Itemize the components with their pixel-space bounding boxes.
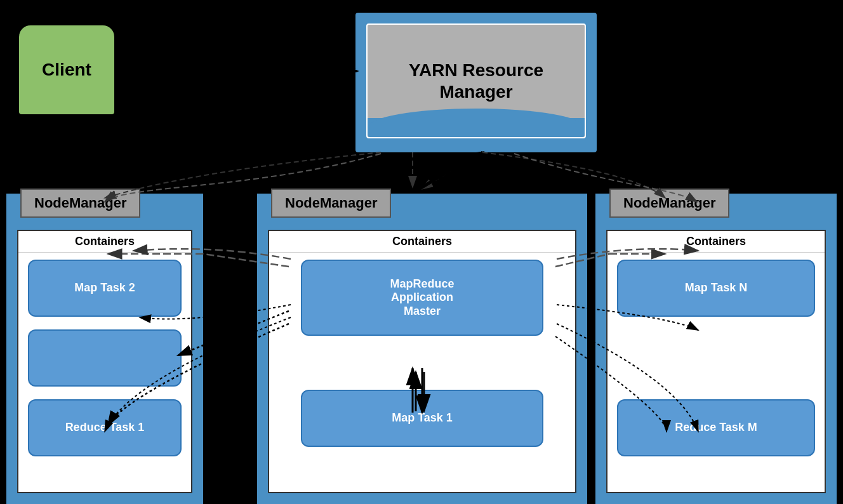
node-manager-header-right: NodeManager (609, 189, 729, 218)
node-manager-header-left: NodeManager (20, 189, 140, 218)
containers-label-left: Containers (18, 231, 191, 253)
client-label: Client (42, 60, 91, 80)
yarn-inner-box: YARN Resource Manager (366, 23, 586, 138)
svg-line-8 (419, 152, 482, 188)
map-task-n: Map Task N (617, 260, 815, 317)
node-section-left: NodeManager Containers Map Task 2 Reduce… (6, 194, 203, 504)
diagram-container: Client YARN Resource Manager NodeManager… (0, 0, 843, 504)
reduce-task-m: Reduce Task M (617, 399, 815, 456)
map-task-2: Map Task 2 (28, 260, 182, 317)
node-section-right: NodeManager Containers Map Task N Reduce… (595, 194, 837, 504)
containers-label-center: Containers (269, 231, 575, 253)
containers-box-right: Containers Map Task N Reduce Task M (606, 230, 826, 493)
svg-line-7 (419, 152, 482, 188)
reduce-task-1: Reduce Task 1 (28, 399, 182, 456)
yarn-title: YARN Resource Manager (409, 60, 543, 102)
node-manager-header-center: NodeManager (271, 189, 391, 218)
client-box: Client (19, 25, 114, 114)
appmaster-task: MapReduceApplicationMaster (301, 260, 543, 336)
map-task-1: Map Task 1 (301, 390, 543, 447)
containers-box-left: Containers Map Task 2 Reduce Task 1 (17, 230, 192, 493)
node-section-center: NodeManager Containers MapReduceApplicat… (257, 194, 587, 504)
containers-label-right: Containers (607, 231, 825, 253)
empty-task-left (28, 329, 182, 387)
yarn-wave-decoration (368, 118, 585, 137)
yarn-resource-manager: YARN Resource Manager (355, 13, 597, 152)
containers-box-center: Containers MapReduceApplicationMaster Ma… (268, 230, 576, 493)
svg-line-19 (422, 154, 477, 189)
svg-line-20 (419, 154, 477, 189)
